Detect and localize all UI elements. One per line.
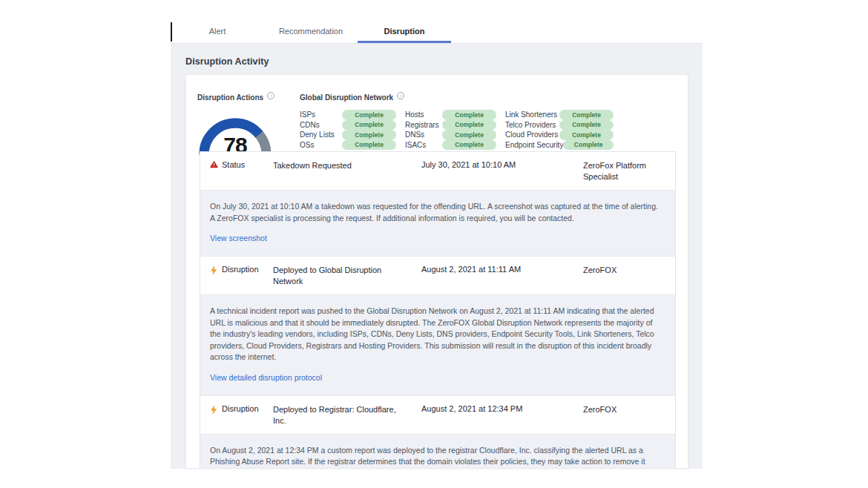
entry-actor: ZeroFOX [583, 265, 675, 287]
tab-alert[interactable]: Alert [171, 20, 264, 43]
entry-description-text: A technical incident report was pushed t… [210, 306, 659, 363]
page-title: Disruption Activity [185, 56, 269, 67]
network-item-name: ISPs [300, 111, 315, 119]
network-item: ISACsComplete [405, 140, 496, 151]
network-grid: ISPsComplete CDNsComplete Deny ListsComp… [300, 110, 674, 150]
network-item: CDNsComplete [300, 120, 396, 131]
text-cursor-bar [171, 22, 172, 42]
network-item-name: Telco Providers [505, 121, 556, 129]
warning-icon [210, 160, 222, 182]
view-disruption-protocol-link[interactable]: View detailed disruption protocol [210, 373, 322, 382]
timeline-entry-description: A technical incident report was pushed t… [200, 295, 675, 396]
entry-actor: ZeroFOX [583, 404, 675, 426]
network-item-name: Endpoint Security [505, 141, 563, 149]
tab-recommendation[interactable]: Recommendation [264, 20, 358, 43]
network-item: OSsComplete [300, 140, 396, 151]
timeline-entry-description: On July 30, 2021 at 10:10 AM a takedown … [200, 191, 675, 257]
entry-actor: ZeroFox Platform Specialist [583, 160, 675, 182]
global-disruption-network-section: Global Disruption Networki ISPsComplete … [300, 90, 674, 150]
network-item-name: Link Shorteners [505, 111, 557, 119]
status-badge: Complete [342, 130, 396, 140]
network-item-name: Registrars [405, 121, 439, 129]
network-item: Deny ListsComplete [300, 130, 396, 140]
lightning-icon [210, 404, 222, 426]
network-item: ISPsComplete [300, 110, 396, 120]
network-item: HostsComplete [405, 110, 496, 120]
timeline-entry-header: Disruption Deployed to Global Disruption… [200, 257, 675, 295]
status-badge: Complete [563, 140, 614, 151]
network-item: DNSsComplete [405, 130, 496, 140]
status-badge: Complete [342, 140, 396, 151]
info-icon[interactable]: i [267, 92, 274, 99]
disruption-timeline: Status Takedown Requested July 30, 2021 … [200, 151, 676, 469]
entry-title: Deployed to Global Disruption Network [273, 265, 421, 287]
network-item-name: OSs [300, 141, 314, 149]
entry-date: August 2, 2021 at 12:34 PM [421, 404, 583, 426]
status-badge: Complete [342, 120, 396, 131]
network-column-1: ISPsComplete CDNsComplete Deny ListsComp… [300, 110, 405, 150]
network-item-name: DNSs [405, 131, 424, 139]
timeline-entry-header: Disruption Deployed to Registrar: Cloudf… [200, 396, 675, 435]
entry-date: August 2, 2021 at 11:11 AM [421, 265, 583, 287]
entry-type: Status [222, 160, 273, 182]
network-item: RegistrarsComplete [405, 120, 496, 131]
timeline-entry-header: Status Takedown Requested July 30, 2021 … [200, 152, 675, 191]
network-item-name: Hosts [405, 111, 424, 119]
entry-description-text: On August 2, 2021 at 12:34 PM a custom r… [210, 445, 659, 469]
entry-type: Disruption [222, 265, 273, 287]
status-badge: Complete [442, 140, 496, 151]
status-badge: Complete [442, 110, 496, 120]
entry-title: Takedown Requested [273, 160, 421, 182]
entry-title: Deployed to Registrar: Cloudflare, Inc. [273, 404, 421, 426]
network-item: Telco ProvidersComplete [505, 120, 614, 131]
network-item: Link ShortenersComplete [505, 110, 614, 120]
status-badge: Complete [342, 110, 396, 120]
status-badge: Complete [559, 110, 614, 120]
network-label: Global Disruption Networki [300, 93, 404, 102]
network-item-name: CDNs [300, 121, 320, 129]
network-label-text: Global Disruption Network [300, 93, 393, 102]
status-badge: Complete [442, 120, 496, 131]
timeline-entry-description: On August 2, 2021 at 12:34 PM a custom r… [200, 435, 675, 469]
network-item-name: ISACs [405, 141, 426, 149]
network-item: Endpoint SecurityComplete [505, 140, 614, 151]
tab-bar: Alert Recommendation Disruption [171, 20, 703, 43]
status-badge: Complete [559, 130, 614, 140]
status-badge: Complete [559, 120, 614, 131]
entry-description-text: On July 30, 2021 at 10:10 AM a takedown … [210, 201, 659, 224]
entry-date: July 30, 2021 at 10:10 AM [421, 160, 583, 182]
info-icon[interactable]: i [397, 92, 404, 99]
disruption-actions-label: Disruption Actionsi [197, 93, 274, 102]
entry-type: Disruption [222, 404, 273, 426]
network-item: Cloud ProvidersComplete [505, 130, 614, 140]
network-item-name: Deny Lists [300, 131, 335, 139]
disruption-actions-section: Disruption Actionsi 78 [197, 90, 279, 159]
lightning-icon [210, 265, 222, 287]
network-item-name: Cloud Providers [505, 131, 558, 139]
disruption-actions-label-text: Disruption Actions [197, 93, 263, 102]
tab-disruption[interactable]: Disruption [358, 20, 451, 43]
network-column-3: Link ShortenersComplete Telco ProvidersC… [505, 110, 622, 150]
status-badge: Complete [442, 130, 496, 140]
disruption-activity-card: Disruption Actionsi 78 Global Disruption… [185, 74, 688, 469]
network-column-2: HostsComplete RegistrarsComplete DNSsCom… [405, 110, 505, 150]
view-screenshot-link[interactable]: View screenshot [210, 234, 267, 243]
